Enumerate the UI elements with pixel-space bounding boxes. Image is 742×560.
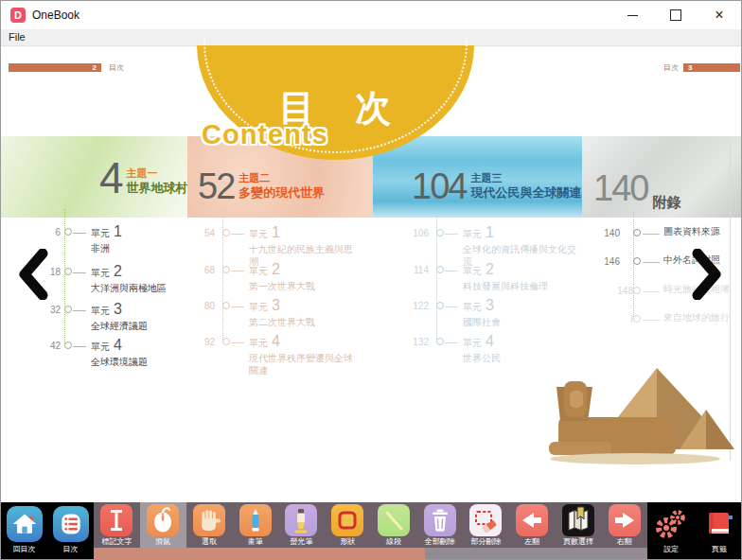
- close-button[interactable]: ×: [698, 1, 741, 29]
- item-page: 32: [44, 305, 61, 315]
- left-page-label: 目次: [109, 63, 124, 72]
- arrow-right-icon: [609, 504, 641, 536]
- item-dash: [231, 342, 244, 343]
- tool-partial-delete[interactable]: 部分刪除: [463, 502, 509, 548]
- left-page-number: 2: [93, 63, 97, 72]
- toc-item-t3-unit3[interactable]: 122 單元3 國際社會: [463, 298, 578, 328]
- item-dash: [73, 272, 86, 273]
- item-dash: [445, 342, 458, 343]
- item-title: 大洋洲與兩極地區: [91, 282, 167, 294]
- unit-number: 2: [272, 262, 280, 277]
- unit-label: 單元: [463, 301, 482, 314]
- tool-select[interactable]: 選取: [186, 502, 233, 548]
- item-page: 106: [406, 228, 429, 238]
- tool-label: 頁籤: [712, 544, 727, 554]
- item-page: 140: [595, 228, 620, 238]
- toc-item-t3-unit2[interactable]: 114 單元2 科技發展與科技倫理: [463, 262, 578, 292]
- toolbar-strip-gray: [425, 548, 647, 560]
- item-bullet: [633, 287, 641, 294]
- item-dash: [643, 291, 660, 292]
- tool-label: 目次: [63, 544, 79, 554]
- unit-number: 3: [272, 298, 280, 313]
- unit-label: 單元: [91, 267, 110, 280]
- appendix-heading: 140 附錄: [593, 171, 680, 212]
- toc-item-appendix-earth[interactable]: I 來自地球的旅行: [663, 311, 730, 324]
- item-dash: [73, 310, 86, 311]
- theme3-start-page: 104: [412, 169, 466, 203]
- item-bullet: [633, 229, 641, 236]
- tool-page-left[interactable]: 左翻: [509, 502, 556, 548]
- tool-page-tab[interactable]: 頁籤: [696, 502, 742, 560]
- tool-pen[interactable]: 畫筆: [232, 502, 278, 548]
- tool-page-picker[interactable]: 頁數選擇: [556, 502, 602, 548]
- tool-toc[interactable]: 目次: [47, 502, 94, 560]
- item-title: 第一次世界大戰: [249, 280, 361, 292]
- tool-label: 設定: [663, 544, 679, 554]
- toc-item-unit3-economy[interactable]: 32 單元3 全球經濟議題: [91, 302, 148, 332]
- item-dash: [231, 271, 244, 271]
- item-dash: [445, 306, 458, 307]
- right-page-number: 3: [688, 63, 692, 72]
- item-title: 來自地球的旅行: [663, 311, 730, 324]
- tool-highlighter[interactable]: 螢光筆: [278, 502, 325, 548]
- toolbar-right-group: 設定 頁籤: [647, 502, 742, 560]
- tool-label: 滑鼠: [155, 536, 170, 547]
- onebook-window: D OneBook × File 2 目次 目次 3 4 主題一 世界地球村 5…: [0, 0, 742, 560]
- home-icon: [7, 506, 43, 542]
- item-bullet: [633, 257, 641, 265]
- theme3-topic: 主題三: [470, 172, 581, 185]
- next-page-chevron[interactable]: [691, 249, 723, 304]
- text-mark-icon: [100, 504, 132, 536]
- item-dash: [643, 320, 660, 321]
- toc-title-en: Contents: [202, 119, 328, 150]
- prev-page-chevron[interactable]: [17, 249, 49, 304]
- theme1-name: 世界地球村: [127, 181, 188, 196]
- toc-item-t2-unit4[interactable]: 92 單元4 現代世界秩序變遷與全球關連: [249, 334, 361, 376]
- item-title: 科技發展與科技倫理: [463, 280, 578, 292]
- appendix-name: 附錄: [652, 194, 680, 212]
- item-bullet: [436, 338, 444, 345]
- unit-label: 單元: [91, 305, 110, 318]
- delete-all-icon: [424, 504, 456, 536]
- toc-item-unit2-oceania[interactable]: 18 單元2 大洋洲與兩極地區: [91, 264, 167, 294]
- item-page: 148: [616, 286, 633, 296]
- unit-number: 4: [486, 334, 494, 349]
- toc-item-t2-unit2[interactable]: 68 單元2 第一次世界大戰: [249, 262, 361, 292]
- tool-settings[interactable]: 設定: [647, 502, 696, 560]
- shape-icon: [331, 504, 363, 536]
- unit-number: 2: [486, 262, 494, 277]
- tool-delete-all[interactable]: 全部刪除: [416, 502, 463, 548]
- item-dash: [643, 262, 660, 263]
- theme3-heading: 104 主題三 現代公民與全球關連: [412, 169, 581, 203]
- highlighter-icon: [285, 504, 317, 536]
- minimize-button[interactable]: [610, 1, 654, 29]
- item-dash: [73, 346, 86, 347]
- right-page-marker-bar: 3: [683, 63, 740, 72]
- unit-number: 3: [114, 302, 122, 317]
- tool-line-segment[interactable]: 線段: [371, 502, 417, 548]
- toc-item-t2-unit3[interactable]: 80 單元3 第二次世界大戰: [249, 298, 361, 328]
- mouse-icon: [147, 504, 179, 536]
- unit-label: 單元: [249, 265, 268, 278]
- toc-item-appendix-sources[interactable]: 140 圖表資料來源: [663, 225, 720, 238]
- left-page-marker-bar: 2: [9, 63, 101, 72]
- toc-item-unit1-africa[interactable]: 6 單元1 非洲: [91, 224, 122, 254]
- toc-item-unit4-environment[interactable]: 42 單元4 全球環境議題: [91, 338, 148, 368]
- book-tab-icon: [701, 506, 737, 542]
- tool-mouse[interactable]: 滑鼠: [140, 502, 186, 548]
- tool-page-right[interactable]: 右翻: [601, 502, 647, 548]
- maximize-button[interactable]: [654, 1, 698, 29]
- item-dash: [445, 271, 458, 271]
- unit-label: 單元: [91, 341, 110, 354]
- tool-label: 部分刪除: [470, 536, 501, 547]
- unit-label: 單元: [463, 228, 482, 241]
- tool-back-to-toc[interactable]: 回目次: [1, 502, 47, 560]
- title-bar: D OneBook ×: [1, 1, 741, 29]
- menu-file[interactable]: File: [9, 31, 26, 43]
- tool-shape[interactable]: 形狀: [325, 502, 371, 548]
- item-title: 圖表資料來源: [663, 225, 720, 238]
- item-bullet: [64, 228, 72, 236]
- unit-label: 單元: [249, 228, 268, 241]
- tool-mark-text[interactable]: 標記文字: [94, 502, 140, 548]
- toc-item-t3-unit4[interactable]: 132 單元4 世界公民: [463, 334, 578, 364]
